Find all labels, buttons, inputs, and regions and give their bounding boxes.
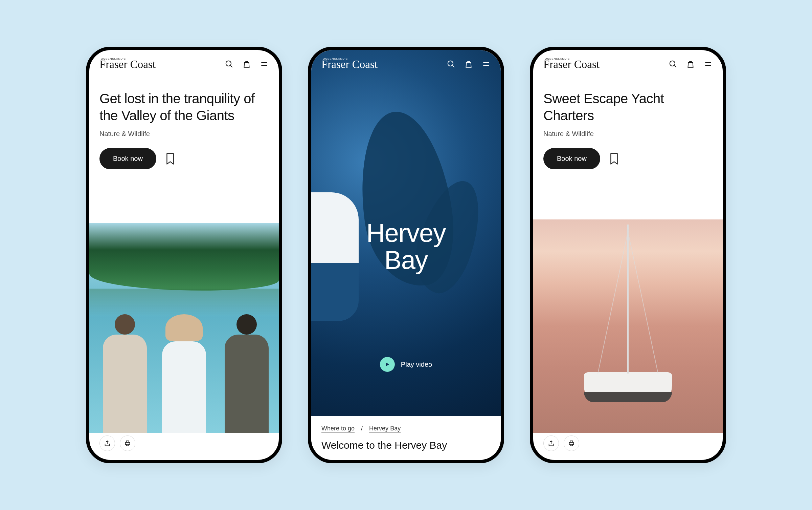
search-icon[interactable] [225,60,233,68]
svg-rect-5 [126,441,129,443]
hero-title: Hervey Bay [366,219,446,274]
bookmark-icon[interactable] [165,153,175,165]
cta-row: Book now [99,148,269,169]
print-button[interactable] [120,435,135,451]
print-icon [568,440,575,447]
share-icon [547,440,555,447]
bottom-section: Where to go / Hervey Bay Welcome to the … [311,416,501,460]
header-actions [669,60,713,68]
bag-icon[interactable] [242,60,251,68]
hero-image: Hervey Bay Play video [311,50,501,423]
svg-line-8 [452,65,454,67]
share-icon [104,440,111,447]
category-label: Nature & Wildlife [99,130,269,138]
brand-name: Fraser Coast [543,58,600,70]
hero-image [533,219,723,433]
share-button[interactable] [543,435,559,451]
svg-point-11 [670,61,675,66]
brand-logo[interactable]: QUEENSLAND'S Fraser Coast [321,58,378,70]
brand-name: Fraser Coast [99,58,156,70]
content-area: Sweet Escape Yacht Charters Nature & Wil… [533,77,723,177]
book-now-button[interactable]: Book now [543,148,600,169]
play-icon [380,357,395,372]
play-video-button[interactable]: Play video [380,357,432,372]
header: QUEENSLAND'S Fraser Coast [89,50,279,77]
page-title: Sweet Escape Yacht Charters [543,90,713,124]
breadcrumb-parent[interactable]: Where to go [321,425,355,432]
bottom-actions [543,435,579,451]
welcome-heading: Welcome to the Hervey Bay [321,440,491,451]
bag-icon[interactable] [464,60,473,68]
bookmark-icon[interactable] [609,153,619,165]
header: QUEENSLAND'S Fraser Coast [533,50,723,77]
cta-row: Book now [543,148,713,169]
brand-name: Fraser Coast [321,58,378,70]
svg-line-12 [674,65,676,67]
header-actions [225,60,269,68]
phone-mockup-2: Hervey Bay Play video QUEENSLAND'S Frase… [308,47,504,463]
search-icon[interactable] [447,60,455,68]
svg-rect-16 [570,441,572,443]
hero-image [89,223,279,433]
bag-icon[interactable] [686,60,695,68]
print-icon [124,440,131,447]
header-actions [447,60,491,68]
menu-icon[interactable] [482,60,491,68]
svg-point-0 [226,61,231,66]
breadcrumb-current[interactable]: Hervey Bay [369,425,401,432]
svg-point-7 [448,61,453,66]
book-now-button[interactable]: Book now [99,148,156,169]
brand-logo[interactable]: QUEENSLAND'S Fraser Coast [543,58,600,70]
brand-logo[interactable]: QUEENSLAND'S Fraser Coast [99,58,156,70]
content-area: Get lost in the tranquility of the Valle… [89,77,279,177]
play-video-label: Play video [401,361,432,368]
menu-icon[interactable] [260,60,269,68]
category-label: Nature & Wildlife [543,130,713,138]
menu-icon[interactable] [704,60,713,68]
svg-line-1 [230,65,232,67]
phone-mockup-1: QUEENSLAND'S Fraser Coast Get lost in th… [86,47,282,463]
page-title: Get lost in the tranquility of the Valle… [99,90,269,124]
phone-mockup-3: QUEENSLAND'S Fraser Coast Sweet Escape Y… [530,47,726,463]
search-icon[interactable] [669,60,677,68]
breadcrumb-separator: / [361,425,363,432]
header: QUEENSLAND'S Fraser Coast [311,50,501,77]
breadcrumb: Where to go / Hervey Bay [321,425,491,432]
bottom-actions [99,435,135,451]
print-button[interactable] [564,435,579,451]
share-button[interactable] [99,435,115,451]
